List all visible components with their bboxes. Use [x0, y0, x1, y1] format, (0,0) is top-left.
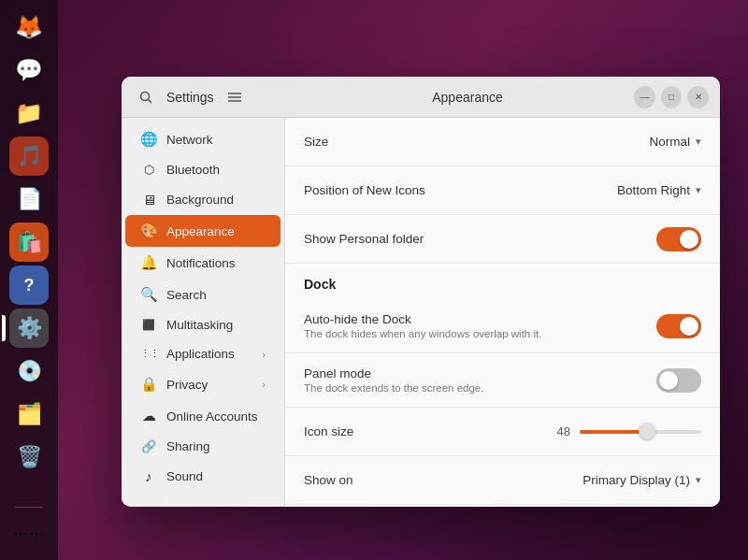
- personal-folder-row: Show Personal folder: [285, 215, 720, 264]
- show-on-label: Show on: [304, 473, 583, 487]
- sound-icon: ♪: [140, 468, 157, 484]
- sidebar-item-background[interactable]: 🖥 Background: [125, 184, 280, 215]
- content-area: 🌐 Network ⬡ Bluetooth 🖥 Background 🎨 App…: [122, 118, 720, 507]
- show-on-row: Show on Primary Display (1) ▾: [285, 456, 720, 505]
- sidebar-label-notifications: Notifications: [166, 256, 236, 270]
- sidebar-item-notifications[interactable]: 🔔 Notifications: [125, 247, 280, 279]
- sidebar-item-bluetooth[interactable]: ⬡ Bluetooth: [125, 155, 280, 184]
- personal-folder-toggle-knob: [680, 230, 698, 249]
- icon-size-label: Icon size: [304, 424, 503, 438]
- sidebar-item-online-accounts[interactable]: ☁ Online Accounts: [125, 400, 280, 432]
- sidebar-label-privacy: Privacy: [166, 378, 208, 392]
- size-value: Normal: [649, 135, 690, 149]
- personal-folder-toggle[interactable]: [656, 227, 701, 251]
- network-icon: 🌐: [140, 131, 157, 148]
- autohide-label: Auto-hide the Dock: [304, 312, 656, 326]
- notifications-icon: 🔔: [140, 254, 157, 271]
- size-label: Size: [304, 135, 649, 149]
- window-controls: — □ ✕: [634, 86, 709, 108]
- taskbar-icon-backup[interactable]: 🗂️: [9, 395, 49, 434]
- taskbar-icon-trash[interactable]: 🗑️: [9, 438, 49, 477]
- slider-fill: [580, 430, 647, 434]
- taskbar-icon-settings[interactable]: ⚙️: [9, 309, 49, 348]
- privacy-icon: 🔒: [140, 376, 157, 393]
- applications-chevron: ›: [262, 349, 266, 360]
- close-button[interactable]: ✕: [687, 86, 709, 108]
- icon-size-slider[interactable]: [580, 430, 701, 434]
- dock-section-header: Dock: [285, 264, 720, 299]
- taskbar-icon-files[interactable]: 📁: [9, 93, 49, 133]
- size-row: Size Normal ▾: [285, 118, 720, 166]
- taskbar-divider: [15, 507, 43, 508]
- sidebar-item-privacy[interactable]: 🔒 Privacy ›: [125, 368, 280, 400]
- sidebar-item-network[interactable]: 🌐 Network: [125, 123, 280, 155]
- sidebar-item-sharing[interactable]: 🔗 Sharing: [125, 432, 280, 461]
- panel-mode-toggle[interactable]: [656, 368, 701, 393]
- bluetooth-icon: ⬡: [140, 163, 157, 177]
- sidebar-item-sound[interactable]: ♪ Sound: [125, 461, 280, 492]
- background-icon: 🖥: [140, 192, 157, 208]
- sidebar-label-appearance: Appearance: [166, 224, 235, 238]
- taskbar: 🦊 💬 📁 🎵 📄 🛍️ ? ⚙️ 💿 🗂️ 🗑️ ⋯⋯: [0, 0, 58, 560]
- autohide-sublabel: The dock hides when any windows overlap …: [304, 328, 656, 339]
- position-new-icons-value: Bottom Right: [617, 183, 690, 197]
- minimize-button[interactable]: —: [634, 86, 655, 108]
- search-button[interactable]: [133, 84, 159, 110]
- privacy-chevron: ›: [262, 379, 266, 390]
- applications-icon: ⋮⋮: [140, 348, 157, 360]
- sidebar-item-search[interactable]: 🔍 Search: [125, 279, 280, 310]
- icon-size-row: Icon size 48: [285, 408, 720, 456]
- taskbar-icon-firefox[interactable]: 🦊: [9, 7, 49, 47]
- sidebar-item-multitasking[interactable]: ⬛ Multitasking: [125, 310, 280, 339]
- position-dropdown-icon: ▾: [696, 184, 701, 196]
- position-new-icons-value-container[interactable]: Bottom Right ▾: [617, 183, 701, 197]
- sidebar-label-network: Network: [166, 133, 213, 147]
- hamburger-button[interactable]: [222, 84, 248, 110]
- sidebar-label-sound: Sound: [166, 469, 203, 483]
- titlebar: Settings Appearance — □ ✕: [122, 77, 720, 118]
- icon-size-slider-container: 48: [503, 424, 702, 438]
- size-value-container[interactable]: Normal ▾: [649, 135, 701, 149]
- search-icon: [139, 91, 152, 104]
- taskbar-icon-music[interactable]: 🎵: [9, 136, 49, 176]
- autohide-toggle-knob: [680, 317, 698, 336]
- appearance-icon: 🎨: [140, 223, 157, 239]
- sidebar-label-bluetooth: Bluetooth: [166, 163, 220, 177]
- taskbar-icon-disks[interactable]: 💿: [9, 352, 49, 391]
- taskbar-icon-appgrid[interactable]: ⋯⋯: [9, 513, 49, 553]
- position-new-icons-row: Position of New Icons Bottom Right ▾: [285, 166, 720, 215]
- online-accounts-icon: ☁: [140, 408, 157, 424]
- titlebar-left: Settings: [133, 84, 301, 110]
- settings-title: Settings: [166, 90, 214, 105]
- position-new-icons-label: Position of New Icons: [304, 183, 617, 197]
- show-on-value-container[interactable]: Primary Display (1) ▾: [583, 473, 701, 487]
- panel-mode-toggle-knob: [659, 371, 678, 390]
- settings-window: Settings Appearance — □ ✕ 🌐 Network: [122, 77, 720, 507]
- taskbar-icon-software[interactable]: 🛍️: [9, 223, 49, 262]
- sidebar-label-online-accounts: Online Accounts: [166, 409, 258, 424]
- sidebar-label-sharing: Sharing: [166, 439, 210, 453]
- show-on-dropdown-icon: ▾: [696, 474, 701, 486]
- position-screen-row: Position on screen Left ▾: [285, 505, 720, 507]
- sidebar-item-applications[interactable]: ⋮⋮ Applications ›: [125, 339, 280, 368]
- sharing-icon: 🔗: [140, 439, 157, 453]
- show-on-value: Primary Display (1): [583, 473, 690, 487]
- maximize-button[interactable]: □: [661, 86, 683, 108]
- slider-thumb[interactable]: [639, 423, 655, 439]
- taskbar-icon-help[interactable]: ?: [9, 266, 49, 305]
- main-panel: Size Normal ▾ Position of New Icons Bott…: [285, 118, 720, 507]
- size-dropdown-icon: ▾: [696, 136, 701, 148]
- taskbar-icon-docs[interactable]: 📄: [9, 179, 49, 219]
- autohide-toggle[interactable]: [656, 314, 701, 338]
- panel-mode-row: Panel mode The dock extends to the scree…: [285, 353, 720, 408]
- personal-folder-label: Show Personal folder: [304, 232, 656, 246]
- sidebar-label-background: Background: [166, 193, 234, 207]
- multitasking-icon: ⬛: [140, 319, 157, 331]
- sidebar-item-appearance[interactable]: 🎨 Appearance: [125, 215, 280, 247]
- panel-mode-sublabel: The dock extends to the screen edge.: [304, 382, 656, 394]
- taskbar-icon-messaging[interactable]: 💬: [9, 50, 49, 90]
- svg-line-1: [149, 99, 151, 102]
- window-title: Appearance: [301, 90, 634, 105]
- sidebar-label-search: Search: [166, 288, 207, 302]
- hamburger-icon: [228, 92, 241, 103]
